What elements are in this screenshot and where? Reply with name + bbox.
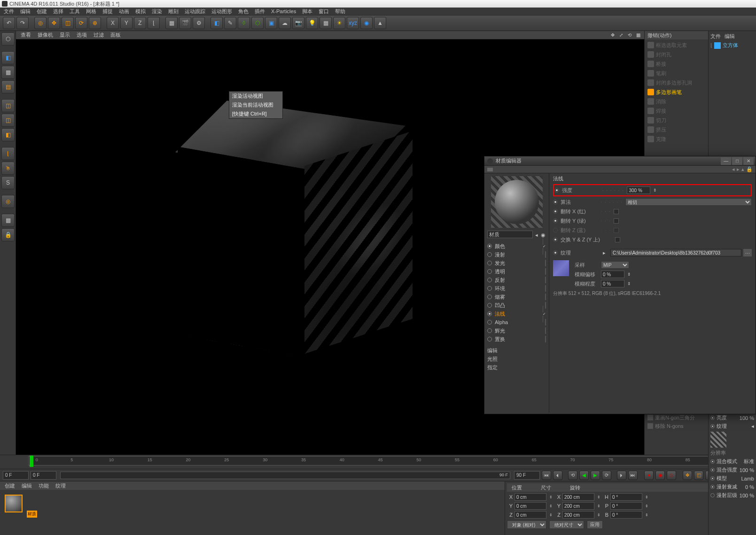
- channel-row-颜色[interactable]: 颜色: [487, 242, 546, 250]
- channel-label[interactable]: Alpha: [495, 319, 508, 325]
- material-preview-thumb[interactable]: [5, 495, 23, 512]
- channel-radio[interactable]: [487, 244, 492, 248]
- menu-mesh[interactable]: 网格: [86, 8, 96, 15]
- edges-mode[interactable]: ◫: [1, 114, 15, 127]
- channel-label[interactable]: 透明: [495, 268, 505, 275]
- size-z-field[interactable]: [562, 511, 594, 519]
- points-mode[interactable]: ◫: [1, 99, 15, 112]
- menu-script[interactable]: 脚本: [302, 8, 312, 15]
- channel-label[interactable]: 漫射: [495, 251, 505, 258]
- undo-button[interactable]: ↶: [3, 17, 15, 29]
- sampling-select[interactable]: MIP: [601, 261, 629, 269]
- axis-mode[interactable]: ⌊: [1, 147, 15, 160]
- channel-checkbox[interactable]: [545, 327, 546, 334]
- channel-label[interactable]: 置换: [495, 336, 505, 343]
- channel-label[interactable]: 凹凸: [495, 302, 505, 309]
- channel-label[interactable]: 烟雾: [495, 294, 505, 301]
- vp-nav-pan-icon[interactable]: ✥: [609, 32, 616, 39]
- rot-p-field[interactable]: [610, 502, 642, 510]
- om-tab-file[interactable]: 文件: [710, 33, 721, 40]
- channel-row-法线[interactable]: 法线: [487, 310, 546, 318]
- channel-radio[interactable]: [487, 311, 492, 316]
- channel-radio[interactable]: [487, 295, 492, 299]
- palette-item-active[interactable]: 多边形画笔: [646, 87, 707, 97]
- channel-checkbox[interactable]: [545, 294, 546, 300]
- material-name-field[interactable]: 材质: [487, 231, 533, 238]
- channel-radio[interactable]: [487, 303, 492, 308]
- texture-arrow-icon[interactable]: ▸: [601, 250, 608, 256]
- flipy-radio[interactable]: [553, 218, 558, 223]
- channel-label[interactable]: 反射: [495, 277, 505, 284]
- z-axis-lock[interactable]: Z: [134, 17, 146, 29]
- menu-tools[interactable]: 工具: [70, 8, 80, 15]
- channel-row-置换[interactable]: 置换: [487, 335, 546, 343]
- coord-mode-select[interactable]: 对象 (相对): [507, 520, 546, 529]
- nav-next-icon[interactable]: ▸: [737, 166, 740, 172]
- vp-menu-panel[interactable]: 面板: [110, 31, 121, 39]
- algo-select[interactable]: 相切: [625, 198, 752, 206]
- material-editor-dialog[interactable]: 材质编辑器 — □ ✕ ◂▸▴🔒 材质 ◂ ◉ 颜色漫射发光透明反射环境烟雾凹凸…: [484, 156, 756, 414]
- autokey-button[interactable]: ◉: [655, 471, 665, 480]
- lock-mode[interactable]: 🔒: [1, 228, 15, 241]
- strength-radio[interactable]: [554, 188, 559, 193]
- flipx-radio[interactable]: [553, 209, 558, 214]
- xyz-tool[interactable]: xyz: [347, 17, 359, 29]
- normal-texture-thumb[interactable]: [553, 260, 569, 276]
- pos-y-field[interactable]: [514, 502, 546, 510]
- soft-select-mode[interactable]: ◎: [1, 195, 15, 208]
- rotate-tool[interactable]: ⟳: [75, 17, 87, 29]
- recent-tool[interactable]: ⊕: [89, 17, 101, 29]
- coord-system[interactable]: ⌊: [148, 17, 160, 29]
- menu-tracker[interactable]: 运动跟踪: [185, 8, 205, 15]
- channel-radio[interactable]: [487, 261, 492, 265]
- ctx-render-active[interactable]: 渲染当前活动视图: [229, 101, 282, 109]
- channel-label[interactable]: 环境: [495, 285, 505, 292]
- preview-refresh-icon[interactable]: ◂: [534, 232, 539, 238]
- render-settings-button[interactable]: ⚙: [193, 17, 205, 29]
- channel-row-烟雾[interactable]: 烟雾: [487, 293, 546, 301]
- channel-row-环境[interactable]: 环境: [487, 284, 546, 293]
- pen-tool[interactable]: ✎: [224, 17, 236, 29]
- channel-row-凹凸[interactable]: 凹凸: [487, 301, 546, 310]
- texture-mode[interactable]: ▦: [1, 66, 15, 79]
- step-back-button[interactable]: ⟲: [568, 471, 577, 480]
- channel-label[interactable]: 辉光: [495, 327, 505, 334]
- menu-simulate[interactable]: 模拟: [135, 8, 146, 15]
- flipx-checkbox[interactable]: [614, 209, 619, 214]
- scrub-bar[interactable]: 90 F: [60, 472, 510, 479]
- ngon-remove[interactable]: 移除 N-gons: [647, 422, 705, 430]
- channel-checkbox[interactable]: [545, 268, 546, 275]
- menu-file[interactable]: 文件: [4, 8, 14, 15]
- goto-start-button[interactable]: ⏮: [542, 471, 551, 480]
- texture-browse-button[interactable]: …: [743, 249, 752, 256]
- pos-z-field[interactable]: [514, 511, 546, 519]
- goto-end-button[interactable]: ⏭: [628, 471, 638, 480]
- channel-label[interactable]: 颜色: [495, 243, 505, 250]
- om-tab-edit[interactable]: 编辑: [725, 33, 735, 40]
- menu-mograph[interactable]: 运动图形: [211, 8, 232, 15]
- goto-key-prev-button[interactable]: ⏴: [553, 471, 562, 480]
- material-preview-large[interactable]: [491, 176, 543, 228]
- menu-plugins[interactable]: 插件: [255, 8, 265, 15]
- menu-select[interactable]: 选择: [53, 8, 63, 15]
- channel-checkbox[interactable]: [545, 251, 546, 258]
- menu-animate[interactable]: 动画: [119, 8, 129, 15]
- generator-tool[interactable]: ⬡: [251, 17, 264, 29]
- channel-label[interactable]: 法线: [495, 310, 505, 318]
- strength-field[interactable]: [627, 186, 650, 194]
- texture-radio[interactable]: [553, 250, 558, 255]
- key-pos-button[interactable]: ✥: [683, 471, 692, 480]
- object-name[interactable]: 立方体: [723, 42, 738, 49]
- dialog-titlebar[interactable]: 材质编辑器 — □ ✕: [484, 156, 756, 166]
- channel-row-Alpha[interactable]: Alpha: [487, 318, 546, 326]
- vp-menu-options[interactable]: 选项: [77, 31, 87, 39]
- channel-radio[interactable]: [487, 286, 492, 291]
- rot-h-field[interactable]: [610, 493, 642, 501]
- light-tool[interactable]: 💡: [306, 17, 318, 29]
- workplane-mode[interactable]: ▤: [1, 80, 15, 93]
- snap-mode[interactable]: S: [1, 176, 15, 189]
- ngon-retri[interactable]: 重画N-gon三角分: [647, 413, 705, 422]
- simulate-tag[interactable]: ▲: [374, 17, 386, 29]
- model-mode[interactable]: ◧: [1, 51, 15, 64]
- material-thumb-label[interactable]: 材质: [27, 511, 37, 518]
